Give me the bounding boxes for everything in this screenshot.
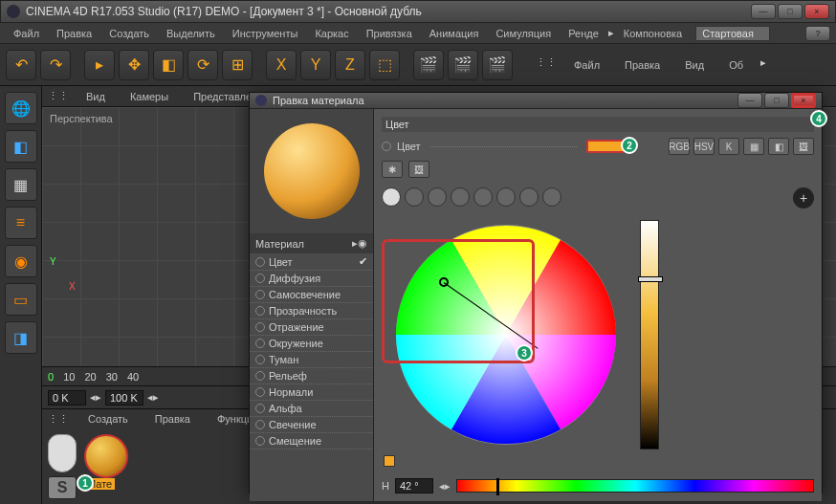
grip-icon[interactable]: ⋮⋮: [48, 90, 69, 102]
panel-overflow-icon[interactable]: ▸: [760, 56, 766, 74]
globe-icon[interactable]: 🌐: [5, 92, 37, 124]
menu-render[interactable]: Ренде: [561, 25, 606, 42]
channel-fog[interactable]: Туман: [250, 352, 373, 368]
hue-slider[interactable]: [456, 479, 814, 493]
swatches-icon[interactable]: ▦: [743, 138, 764, 155]
wheel-mode-2[interactable]: [405, 187, 424, 207]
spectrum-icon[interactable]: ✱: [382, 161, 403, 178]
picture-icon[interactable]: 🖼: [408, 161, 429, 178]
wheel-mode-3[interactable]: [428, 187, 447, 207]
radio-icon[interactable]: [382, 142, 391, 151]
panel-menu-obj[interactable]: Об: [721, 56, 751, 74]
value-slider-handle[interactable]: [638, 276, 663, 282]
mouse-icon[interactable]: [48, 434, 77, 472]
channel-alpha[interactable]: Альфа: [250, 401, 373, 417]
channel-normal[interactable]: Нормали: [250, 384, 373, 401]
material-thumbnail[interactable]: Мате: [84, 434, 128, 478]
select-tool[interactable]: ▸: [84, 50, 115, 80]
menu-tools[interactable]: Инструменты: [225, 25, 306, 42]
hue-slider-handle[interactable]: [496, 478, 499, 495]
vp-tab-view[interactable]: Вид: [78, 88, 113, 105]
channel-color[interactable]: Цвет✔: [250, 253, 373, 271]
channel-glow[interactable]: Свечение: [250, 417, 373, 433]
channel-diffusion[interactable]: Диффузия: [250, 271, 373, 287]
panel-menu-edit[interactable]: Правка: [617, 56, 668, 74]
add-button[interactable]: +: [793, 187, 814, 208]
undo-button[interactable]: ↶: [6, 50, 36, 80]
s-button[interactable]: S: [48, 476, 77, 499]
render-button[interactable]: 🎬: [413, 50, 444, 80]
color-wheel[interactable]: 3: [382, 220, 630, 449]
mat-tab-create[interactable]: Создать: [80, 410, 136, 427]
menu-select[interactable]: Выделить: [159, 25, 223, 42]
dialog-maximize-button[interactable]: □: [764, 93, 789, 108]
menu-compositing[interactable]: Компоновка: [616, 25, 690, 42]
hue-value-field[interactable]: 42 °: [395, 478, 433, 493]
channel-transparency[interactable]: Прозрачность: [250, 303, 373, 319]
wheel-mode-8[interactable]: [542, 187, 561, 207]
render-region-button[interactable]: 🎬: [448, 50, 478, 80]
coord-system-button[interactable]: ⬚: [369, 50, 400, 80]
rotate-tool[interactable]: ⟳: [187, 50, 218, 80]
menu-snap[interactable]: Привязка: [359, 25, 420, 42]
wire-icon[interactable]: ≡: [5, 207, 37, 239]
menu-overflow-icon[interactable]: ▸: [608, 27, 614, 39]
menu-animation[interactable]: Анимация: [422, 25, 487, 42]
arrow-icon[interactable]: ▸◉: [352, 237, 367, 250]
point-icon[interactable]: ◉: [5, 245, 37, 277]
move-tool[interactable]: ✥: [119, 50, 149, 80]
material-preview[interactable]: [250, 109, 373, 233]
wheel-mode-6[interactable]: [496, 187, 516, 207]
stepper-icon[interactable]: ◂▸: [90, 391, 101, 404]
mode-hsv-button[interactable]: HSV: [693, 138, 715, 155]
scale-tool[interactable]: ◧: [153, 50, 184, 80]
help-icon[interactable]: ?: [805, 26, 830, 41]
color-swatch[interactable]: [586, 140, 625, 153]
maximize-button[interactable]: □: [778, 4, 803, 19]
axis-y-toggle[interactable]: Y: [300, 50, 331, 80]
wheel-mode-1[interactable]: [382, 187, 401, 207]
mode-k-button[interactable]: K: [718, 138, 739, 155]
menu-mesh[interactable]: Каркас: [307, 25, 356, 42]
checker-icon[interactable]: ▦: [5, 168, 37, 201]
stepper-icon[interactable]: ◂▸: [439, 480, 451, 493]
redo-button[interactable]: ↷: [40, 50, 71, 80]
grip-icon[interactable]: ⋮⋮: [48, 413, 69, 426]
minimize-button[interactable]: —: [751, 4, 776, 19]
channel-environment[interactable]: Окружение: [250, 336, 373, 352]
mat-tab-edit[interactable]: Правка: [147, 410, 198, 427]
frame-end-field[interactable]: 100 K: [105, 390, 143, 405]
cube-icon[interactable]: ◧: [5, 130, 37, 163]
channel-luminance[interactable]: Самосвечение: [250, 287, 373, 303]
close-button[interactable]: ×: [804, 4, 829, 19]
menu-edit[interactable]: Правка: [49, 25, 99, 42]
swatch-small-2[interactable]: [384, 455, 395, 467]
channel-displacement[interactable]: Смещение: [250, 433, 373, 449]
axis-z-toggle[interactable]: Z: [335, 50, 365, 80]
layout-dropdown[interactable]: Стартовая: [695, 26, 770, 41]
wheel-mode-7[interactable]: [519, 187, 539, 207]
panel-menu-file[interactable]: Файл: [566, 56, 607, 74]
wheel-mode-4[interactable]: [451, 187, 470, 207]
stepper-icon[interactable]: ◂▸: [147, 391, 159, 404]
mode-rgb-button[interactable]: RGB: [669, 138, 690, 155]
menu-file[interactable]: Файл: [6, 25, 47, 42]
image-icon[interactable]: 🖼: [793, 138, 814, 155]
edge-icon[interactable]: ▭: [5, 283, 37, 316]
picker-icon[interactable]: ◧: [768, 138, 789, 155]
channel-bump[interactable]: Рельеф: [250, 368, 373, 384]
dialog-titlebar[interactable]: Правка материала — □ × 4: [250, 93, 822, 109]
dialog-close-button[interactable]: ×: [791, 93, 816, 108]
dialog-minimize-button[interactable]: —: [737, 93, 762, 108]
frame-start-field[interactable]: 0 K: [48, 390, 86, 405]
render-settings-button[interactable]: 🎬: [482, 50, 513, 80]
vp-tab-cameras[interactable]: Камеры: [122, 88, 176, 105]
grip-icon[interactable]: ⋮⋮: [536, 56, 557, 74]
poly-icon[interactable]: ◨: [5, 321, 37, 354]
value-slider[interactable]: [640, 220, 659, 449]
panel-menu-view[interactable]: Вид: [677, 56, 712, 74]
menu-simulation[interactable]: Симуляция: [488, 25, 559, 42]
last-tool[interactable]: ⊞: [222, 50, 253, 80]
channel-reflection[interactable]: Отражение: [250, 319, 373, 336]
wheel-mode-5[interactable]: [473, 187, 493, 207]
